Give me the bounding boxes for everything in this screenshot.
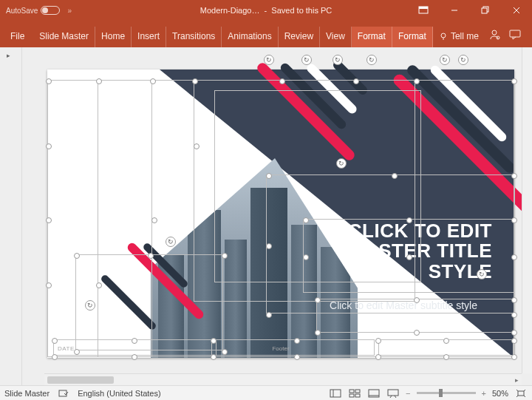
fit-to-window-button[interactable] xyxy=(514,388,528,399)
master-title-placeholder[interactable]: CLICK TO EDIT MASTER TITLE STYLE xyxy=(300,221,492,282)
close-button[interactable] xyxy=(501,0,532,21)
tab-slide-master[interactable]: Slide Master xyxy=(33,27,95,47)
tab-home[interactable]: Home xyxy=(95,27,132,47)
spell-check-icon[interactable] xyxy=(57,388,70,399)
status-bar: Slide Master English (United States) − +… xyxy=(0,385,532,400)
ribbon: File Slide Master Home Insert Transition… xyxy=(0,21,532,47)
autosave-label: AutoSave xyxy=(6,7,38,15)
toggle-off-icon xyxy=(41,6,60,15)
workspace: ▸ Master Thumbnails CLICK TO EDIT MASTER xyxy=(0,47,532,385)
tab-file[interactable]: File xyxy=(4,27,33,47)
accent-stripe xyxy=(100,274,157,331)
tab-insert[interactable]: Insert xyxy=(132,27,166,47)
svg-rect-21 xyxy=(388,390,398,396)
zoom-out-button[interactable]: − xyxy=(406,389,410,398)
tab-format-1[interactable]: Format xyxy=(352,27,392,47)
status-view-mode[interactable]: Slide Master xyxy=(4,389,50,398)
scrollbar-thumb[interactable] xyxy=(47,376,114,384)
slide-canvas[interactable]: CLICK TO EDIT MASTER TITLE STYLE Click t… xyxy=(22,47,532,385)
save-status: Saved to this PC xyxy=(271,6,332,15)
reading-view-button[interactable] xyxy=(367,388,381,399)
zoom-slider[interactable] xyxy=(417,392,476,394)
tab-format-2[interactable]: Format xyxy=(392,27,433,47)
tell-me-search[interactable]: Tell me xyxy=(433,27,485,47)
date-placeholder[interactable]: DATE xyxy=(58,345,75,352)
lightbulb-icon xyxy=(439,32,448,41)
svg-point-7 xyxy=(441,33,446,38)
svg-rect-12 xyxy=(59,390,66,396)
comments-button[interactable] xyxy=(508,28,522,41)
ribbon-display-options-button[interactable] xyxy=(408,0,439,21)
svg-rect-17 xyxy=(349,394,354,397)
svg-rect-24 xyxy=(518,391,524,396)
slide-sorter-button[interactable] xyxy=(348,388,361,399)
quick-access-toolbar: AutoSave » xyxy=(0,6,75,15)
svg-rect-16 xyxy=(355,390,360,393)
minimize-button[interactable] xyxy=(439,0,470,21)
document-name: Modern-Diago… xyxy=(200,6,260,15)
tell-me-label: Tell me xyxy=(451,31,479,41)
master-subtitle-placeholder[interactable]: Click to edit Master subtitle style xyxy=(315,299,492,312)
svg-rect-4 xyxy=(482,8,487,13)
qat-overflow-icon[interactable]: » xyxy=(64,7,75,15)
footer-placeholder[interactable]: Footer xyxy=(272,345,289,352)
restore-button[interactable] xyxy=(470,0,501,21)
zoom-in-button[interactable]: + xyxy=(482,389,486,398)
status-language[interactable]: English (United States) xyxy=(78,389,161,398)
slide-master[interactable]: CLICK TO EDIT MASTER TITLE STYLE Click t… xyxy=(47,70,514,358)
autosave-toggle[interactable]: AutoSave xyxy=(6,6,60,15)
scroll-right-icon[interactable]: ▸ xyxy=(511,374,522,385)
svg-rect-13 xyxy=(330,390,341,397)
tab-transitions[interactable]: Transitions xyxy=(166,27,222,47)
tab-view[interactable]: View xyxy=(320,27,352,47)
expand-thumbnails-icon[interactable]: ▸ xyxy=(7,52,10,59)
zoom-level[interactable]: 50% xyxy=(492,389,508,398)
svg-rect-18 xyxy=(355,394,360,397)
vertical-scrollbar[interactable] xyxy=(522,47,532,373)
svg-point-9 xyxy=(492,30,497,35)
tab-animations[interactable]: Animations xyxy=(222,27,278,47)
svg-rect-1 xyxy=(419,7,428,9)
svg-rect-15 xyxy=(349,390,354,393)
share-button[interactable] xyxy=(488,28,501,41)
thumbnails-pane[interactable]: ▸ Master Thumbnails xyxy=(0,47,22,385)
title-bar: AutoSave » Modern-Diago… - Saved to this… xyxy=(0,0,532,21)
tab-review[interactable]: Review xyxy=(279,27,320,47)
slideshow-button[interactable] xyxy=(386,388,400,399)
normal-view-button[interactable] xyxy=(329,388,342,399)
horizontal-scrollbar[interactable]: ◂ ▸ xyxy=(44,373,522,385)
svg-rect-11 xyxy=(510,30,520,37)
